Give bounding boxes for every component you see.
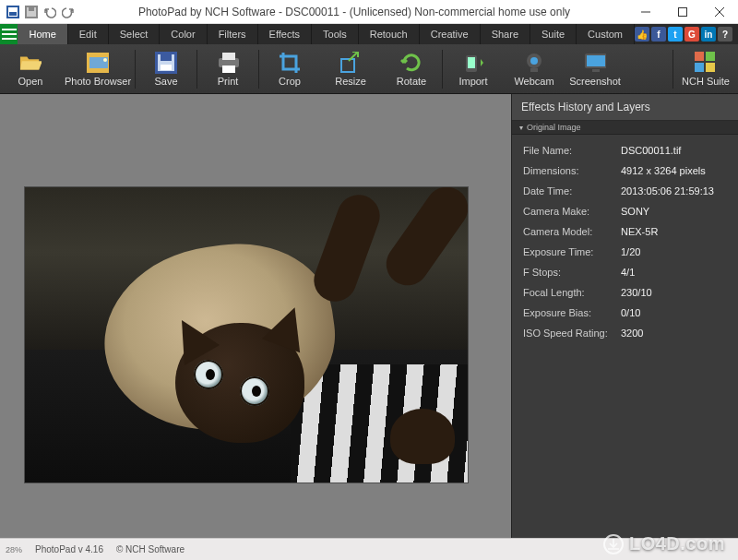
- workspace: Effects History and Layers Original Imag…: [0, 94, 738, 538]
- screenshot-label: Screenshot: [569, 76, 621, 87]
- meta-key: Date Time:: [523, 185, 621, 197]
- minimize-button[interactable]: [627, 0, 664, 24]
- svg-rect-2: [9, 12, 17, 16]
- meta-row: Camera Model:NEX-5R: [512, 221, 738, 242]
- tab-edit[interactable]: Edit: [68, 24, 109, 44]
- resize-icon: [339, 52, 362, 74]
- effects-history-panel: Effects History and Layers Original Imag…: [511, 94, 738, 538]
- meta-key: File Name:: [523, 145, 621, 156]
- meta-val: 230/10: [621, 287, 652, 298]
- import-label: Import: [458, 76, 487, 87]
- open-label: Open: [18, 76, 43, 87]
- meta-row: Exposure Bias:0/10: [512, 303, 738, 323]
- import-icon: [462, 52, 484, 74]
- tab-tools[interactable]: Tools: [312, 24, 359, 44]
- canvas-area[interactable]: [0, 94, 511, 538]
- undo-icon[interactable]: [42, 5, 57, 19]
- meta-row: Exposure Time:1/20: [512, 242, 738, 262]
- rotate-label: Rotate: [397, 76, 426, 87]
- meta-key: F Stops:: [523, 267, 621, 278]
- tab-home[interactable]: Home: [18, 24, 67, 44]
- meta-row: ISO Speed Rating:3200: [512, 323, 738, 343]
- app-menu-button[interactable]: [0, 24, 18, 44]
- meta-key: Camera Model:: [523, 226, 621, 237]
- nch-suite-label: NCH Suite: [682, 76, 730, 87]
- help-icon[interactable]: ?: [718, 27, 732, 42]
- screenshot-icon: [584, 52, 606, 74]
- svg-rect-22: [222, 66, 235, 73]
- meta-val: 0/10: [621, 307, 640, 318]
- screenshot-button[interactable]: Screenshot: [565, 44, 625, 93]
- panel-subheader[interactable]: Original Image: [512, 121, 738, 135]
- meta-val: DSC00011.tif: [621, 145, 681, 156]
- svg-rect-25: [468, 57, 475, 68]
- rotate-button[interactable]: Rotate: [381, 44, 442, 93]
- app-icon: [6, 5, 20, 19]
- tab-filters[interactable]: Filters: [208, 24, 258, 44]
- tab-effects[interactable]: Effects: [258, 24, 312, 44]
- suite-icon: [695, 52, 717, 74]
- save-icon: [155, 52, 177, 74]
- google-icon[interactable]: G: [684, 27, 699, 42]
- tab-share[interactable]: Share: [481, 24, 530, 44]
- titlebar: PhotoPad by NCH Software - DSC00011 - (U…: [0, 0, 738, 24]
- svg-rect-33: [706, 52, 715, 61]
- redo-icon[interactable]: [61, 5, 76, 19]
- meta-val: 2013:05:06 21:59:13: [621, 185, 714, 197]
- svg-point-27: [530, 57, 538, 65]
- maximize-button[interactable]: [664, 0, 701, 24]
- print-button[interactable]: Print: [197, 44, 258, 93]
- tab-custom[interactable]: Custom: [577, 24, 635, 44]
- photo-browser-button[interactable]: Photo Browser: [61, 44, 135, 93]
- meta-row: F Stops:4/1: [512, 262, 738, 282]
- linkedin-icon[interactable]: in: [701, 27, 716, 42]
- meta-row: File Name:DSC00011.tif: [512, 140, 738, 161]
- import-button[interactable]: Import: [443, 44, 504, 93]
- folder-open-icon: [19, 52, 42, 74]
- svg-rect-5: [29, 7, 34, 11]
- meta-val: SONY: [621, 206, 649, 217]
- tab-retouch[interactable]: Retouch: [359, 24, 420, 44]
- ribbon-toolbar: Open Photo Browser Save Print Crop Resiz…: [0, 44, 738, 94]
- save-icon[interactable]: [24, 5, 39, 19]
- resize-button[interactable]: Resize: [320, 44, 381, 93]
- svg-rect-32: [695, 52, 704, 61]
- svg-rect-21: [222, 53, 235, 60]
- svg-rect-28: [530, 68, 538, 72]
- save-button[interactable]: Save: [136, 44, 196, 93]
- svg-rect-34: [695, 63, 704, 72]
- tab-select[interactable]: Select: [109, 24, 161, 44]
- tab-suite[interactable]: Suite: [530, 24, 577, 44]
- svg-point-15: [103, 58, 107, 62]
- tab-color[interactable]: Color: [160, 24, 207, 44]
- window-title: PhotoPad by NCH Software - DSC00011 - (U…: [81, 6, 627, 18]
- webcam-button[interactable]: Webcam: [504, 44, 565, 93]
- svg-rect-30: [587, 55, 605, 66]
- svg-rect-7: [679, 7, 687, 16]
- rotate-icon: [400, 52, 423, 74]
- meta-row: Camera Make:SONY: [512, 201, 738, 221]
- meta-val: 4/1: [621, 267, 635, 278]
- meta-key: Camera Make:: [523, 206, 621, 217]
- menubar: HomeEditSelectColorFiltersEffectsToolsRe…: [0, 24, 738, 44]
- photo-preview[interactable]: [25, 187, 468, 483]
- svg-rect-31: [592, 69, 600, 72]
- meta-key: Focal Length:: [523, 287, 621, 298]
- like-icon[interactable]: 👍: [635, 27, 649, 42]
- webcam-icon: [523, 52, 545, 74]
- statusbar-vendor: © NCH Software: [116, 544, 184, 554]
- svg-rect-35: [706, 63, 715, 72]
- crop-button[interactable]: Crop: [259, 44, 320, 93]
- nch-suite-button[interactable]: NCH Suite: [673, 44, 738, 93]
- open-button[interactable]: Open: [0, 44, 61, 93]
- twitter-icon[interactable]: t: [668, 27, 683, 42]
- tab-creative[interactable]: Creative: [420, 24, 481, 44]
- close-button[interactable]: [701, 0, 738, 24]
- meta-val: NEX-5R: [621, 226, 658, 237]
- meta-row: Dimensions:4912 x 3264 pixels: [512, 161, 738, 181]
- facebook-icon[interactable]: f: [651, 27, 666, 42]
- social-icons: 👍ftGin?: [635, 24, 738, 44]
- statusbar: 28% PhotoPad v 4.16 © NCH Software: [0, 538, 738, 560]
- meta-row: Date Time:2013:05:06 21:59:13: [512, 181, 738, 201]
- print-label: Print: [218, 76, 239, 87]
